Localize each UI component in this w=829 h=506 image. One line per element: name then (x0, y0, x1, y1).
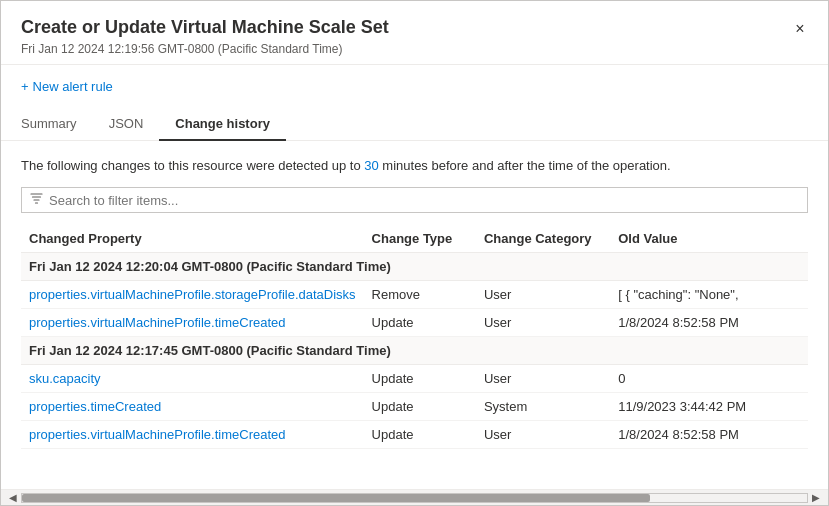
table-row: sku.capacityUpdateUser0 (21, 365, 808, 393)
old-value-cell: 0 (610, 365, 808, 393)
old-value-cell: 1/8/2024 8:52:58 PM (610, 421, 808, 449)
group-row: Fri Jan 12 2024 12:17:45 GMT-0800 (Pacif… (21, 337, 808, 365)
property-cell[interactable]: properties.timeCreated (21, 393, 364, 421)
change-type-cell: Update (364, 365, 476, 393)
group-label: Fri Jan 12 2024 12:20:04 GMT-0800 (Pacif… (21, 253, 808, 281)
info-highlight: 30 (364, 158, 378, 173)
toolbar: + New alert rule (1, 65, 828, 108)
filter-icon (30, 192, 43, 208)
close-button[interactable]: × (788, 17, 812, 41)
horizontal-scrollbar[interactable]: ◀ ▶ (1, 489, 828, 505)
tab-json[interactable]: JSON (93, 108, 160, 141)
new-alert-rule-button[interactable]: + New alert rule (21, 75, 113, 98)
tab-bar: Summary JSON Change history (1, 108, 828, 141)
info-suffix: minutes before and after the time of the… (379, 158, 671, 173)
col-header-change-type: Change Type (364, 225, 476, 253)
dialog-subtitle: Fri Jan 12 2024 12:19:56 GMT-0800 (Pacif… (21, 42, 808, 56)
col-header-old-value: Old Value (610, 225, 808, 253)
main-content: The following changes to this resource w… (1, 141, 828, 489)
search-input[interactable] (49, 193, 799, 208)
table-row: properties.virtualMachineProfile.storage… (21, 281, 808, 309)
change-type-cell: Update (364, 393, 476, 421)
info-prefix: The following changes to this resource w… (21, 158, 364, 173)
search-bar (21, 187, 808, 213)
dialog-title: Create or Update Virtual Machine Scale S… (21, 17, 808, 38)
table-row: properties.virtualMachineProfile.timeCre… (21, 309, 808, 337)
col-header-change-category: Change Category (476, 225, 610, 253)
info-text: The following changes to this resource w… (21, 157, 808, 175)
dialog-header: Create or Update Virtual Machine Scale S… (1, 1, 828, 65)
change-history-table-container[interactable]: Changed Property Change Type Change Cate… (21, 225, 808, 489)
change-type-cell: Update (364, 421, 476, 449)
change-category-cell: User (476, 365, 610, 393)
dialog-container: Create or Update Virtual Machine Scale S… (1, 1, 828, 505)
old-value-cell: 11/9/2023 3:44:42 PM (610, 393, 808, 421)
property-cell[interactable]: properties.virtualMachineProfile.storage… (21, 281, 364, 309)
scrollbar-thumb[interactable] (22, 494, 650, 502)
old-value-cell: [ { "caching": "None", (610, 281, 808, 309)
group-row: Fri Jan 12 2024 12:20:04 GMT-0800 (Pacif… (21, 253, 808, 281)
table-header-row: Changed Property Change Type Change Cate… (21, 225, 808, 253)
change-type-cell: Update (364, 309, 476, 337)
group-label: Fri Jan 12 2024 12:17:45 GMT-0800 (Pacif… (21, 337, 808, 365)
tab-change-history[interactable]: Change history (159, 108, 286, 141)
change-category-cell: User (476, 421, 610, 449)
scroll-right-arrow[interactable]: ▶ (808, 492, 824, 503)
scrollbar-track[interactable] (21, 493, 808, 503)
tab-summary[interactable]: Summary (21, 108, 93, 141)
property-cell[interactable]: properties.virtualMachineProfile.timeCre… (21, 309, 364, 337)
change-type-cell: Remove (364, 281, 476, 309)
new-alert-label: New alert rule (33, 79, 113, 94)
table-row: properties.timeCreatedUpdateSystem11/9/2… (21, 393, 808, 421)
change-history-table: Changed Property Change Type Change Cate… (21, 225, 808, 449)
col-header-changed-property: Changed Property (21, 225, 364, 253)
scroll-left-arrow[interactable]: ◀ (5, 492, 21, 503)
plus-icon: + (21, 79, 29, 94)
close-icon: × (795, 20, 804, 38)
old-value-cell: 1/8/2024 8:52:58 PM (610, 309, 808, 337)
property-cell[interactable]: sku.capacity (21, 365, 364, 393)
change-category-cell: User (476, 281, 610, 309)
change-category-cell: System (476, 393, 610, 421)
property-cell[interactable]: properties.virtualMachineProfile.timeCre… (21, 421, 364, 449)
table-row: properties.virtualMachineProfile.timeCre… (21, 421, 808, 449)
change-category-cell: User (476, 309, 610, 337)
